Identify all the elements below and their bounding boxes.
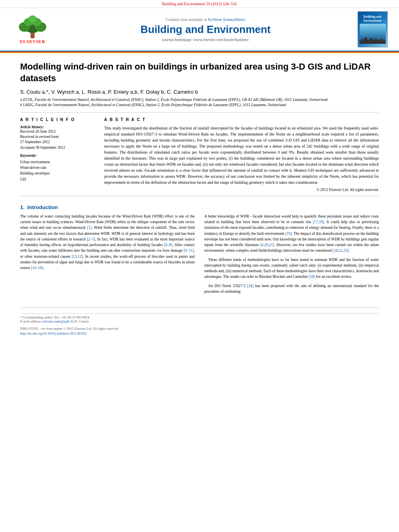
- journal-citation: Building and Environment 59 (2013) 528–5…: [162, 2, 237, 6]
- intro-number: 1.: [20, 204, 25, 210]
- article-history: Article history: Received 26 June 2012 R…: [20, 125, 95, 150]
- elsevier-wordmark: ELSEVIER: [20, 39, 45, 44]
- elsevier-logo-area: ELSEVIER: [6, 15, 59, 44]
- intro-para-right-3: An ISO Norm 15927-3 [24] has been propos…: [204, 283, 379, 295]
- ref-6-20-21[interactable]: [6,20,21]: [260, 243, 274, 247]
- cover-title: Building andEnvironment: [363, 15, 381, 23]
- email-label: E-mail address:: [20, 319, 41, 323]
- keyword-1: Urban environment: [20, 159, 95, 165]
- intro-columns: The volume of water contacting building …: [20, 214, 379, 298]
- affiliation-b: b LASIG, Faculté de l'environnement Natu…: [20, 103, 379, 108]
- intro-para-right-1: A better knowledge of WDR - facade inter…: [204, 214, 379, 254]
- corresponding-note: * Corresponding author. Tel.: +41 (0) 21…: [20, 313, 379, 323]
- intro-section: 1. Introduction The volume of water cont…: [20, 204, 379, 298]
- intro-right-col: A better knowledge of WDR - facade inter…: [204, 214, 379, 298]
- abstract-label: A B S T R A C T: [104, 117, 379, 122]
- issn-line: 0360-1323/$ – see front matter © 2012 El…: [20, 327, 379, 331]
- journal-title-area: Contents lists available at SciVerse Sci…: [59, 17, 352, 42]
- article-title: Modelling wind-driven rain on buildings …: [20, 61, 379, 84]
- svg-point-6: [29, 15, 37, 23]
- doi-link[interactable]: http://dx.doi.org/10.1016/j.buildenv.201…: [20, 331, 379, 335]
- elsevier-tree-icon: [14, 15, 51, 39]
- ref-9-11[interactable]: [9–11]: [184, 249, 194, 253]
- journal-cover-area: Building andEnvironment: [352, 11, 393, 47]
- email-person: (S. Coutu).: [74, 319, 89, 323]
- sciverse-text: Contents lists available at: [166, 17, 207, 22]
- article-content: Modelling wind-driven rain on buildings …: [0, 53, 399, 343]
- abstract-col: A B S T R A C T This study investigated …: [104, 117, 379, 192]
- intro-para-1: The volume of water contacting building …: [20, 214, 195, 271]
- cover-image: [360, 24, 386, 44]
- abstract-text: This study investigated the distribution…: [104, 125, 379, 185]
- copyright-line: © 2012 Elsevier Ltd. All rights reserved…: [104, 188, 379, 192]
- divider-2: [20, 196, 379, 196]
- sciverse-line: Contents lists available at SciVerse Sci…: [59, 17, 352, 22]
- affiliations: a ECOL, Faculté de l'environnement Natur…: [20, 97, 379, 108]
- history-label: Article history:: [20, 125, 95, 129]
- intro-title: Introduction: [27, 204, 58, 210]
- journal-citation-bar: Building and Environment 59 (2013) 528–5…: [0, 0, 399, 8]
- intro-para-right-2: Three different kinds of methodologies h…: [204, 257, 379, 280]
- ref-1[interactable]: [1]: [87, 226, 92, 230]
- accepted-date: Accepted 30 September 2012: [20, 145, 95, 150]
- journal-homepage: journal homepage: www.elsevier.com/locat…: [59, 37, 352, 42]
- journal-cover-image: Building andEnvironment: [358, 11, 388, 47]
- keyword-4: GIS: [20, 177, 95, 182]
- revised-label: Received in revised form: [20, 134, 95, 140]
- article-info-label: A R T I C L E I N F O: [20, 117, 95, 122]
- intro-left-col: The volume of water contacting building …: [20, 214, 195, 298]
- info-abstract-row: A R T I C L E I N F O Article history: R…: [20, 117, 379, 192]
- corresponding-author-note: * Corresponding author. Tel.: +41 (0) 21…: [20, 315, 90, 319]
- ref-18[interactable]: [18]: [309, 275, 315, 279]
- keyword-2: Wind-driven rain: [20, 165, 95, 170]
- ref-2-5[interactable]: [2–5]: [87, 237, 95, 241]
- ref-18-22-23[interactable]: [18,22,23]: [333, 249, 349, 253]
- journal-header: ELSEVIER Contents lists available at Sci…: [0, 8, 399, 51]
- article-info-col: A R T I C L E I N F O Article history: R…: [20, 117, 95, 192]
- journal-title: Building and Environment: [59, 23, 352, 36]
- keywords-group: Keywords: Urban environment Wind-driven …: [20, 154, 95, 182]
- keywords-label: Keywords:: [20, 154, 95, 158]
- ref-17-18[interactable]: [17,18]: [313, 220, 324, 224]
- divider: [20, 112, 379, 113]
- building-silhouette: [360, 36, 386, 44]
- ref-19[interactable]: [19]: [285, 232, 292, 236]
- author-email[interactable]: sylvain.coutu@epfl.ch: [42, 319, 73, 323]
- ref-24[interactable]: [24]: [247, 284, 253, 288]
- keyword-3: Building envelopes: [20, 170, 95, 176]
- ref-6-8[interactable]: [6–8]: [164, 243, 173, 247]
- ref-14-16[interactable]: [14–16]: [31, 266, 43, 270]
- footer-bottom: 0360-1323/$ – see front matter © 2012 El…: [20, 327, 379, 335]
- page-footer: * Corresponding author. Tel.: +41 (0) 21…: [20, 307, 379, 335]
- sciverse-link[interactable]: SciVerse ScienceDirect: [208, 17, 246, 22]
- authors-line: S. Coutu a,*, V. Wyrsch a, L. Rossi a, P…: [20, 89, 379, 95]
- ref-12-13[interactable]: [12,13]: [72, 255, 83, 259]
- authors-text: S. Coutu a,*, V. Wyrsch a, L. Rossi a, P…: [20, 89, 198, 95]
- received-date: Received 26 June 2012: [20, 129, 95, 134]
- revised-date: 27 September 2012: [20, 140, 95, 145]
- affiliation-a: a ECOL, Faculté de l'environnement Natur…: [20, 97, 379, 103]
- intro-heading: 1. Introduction: [20, 204, 379, 210]
